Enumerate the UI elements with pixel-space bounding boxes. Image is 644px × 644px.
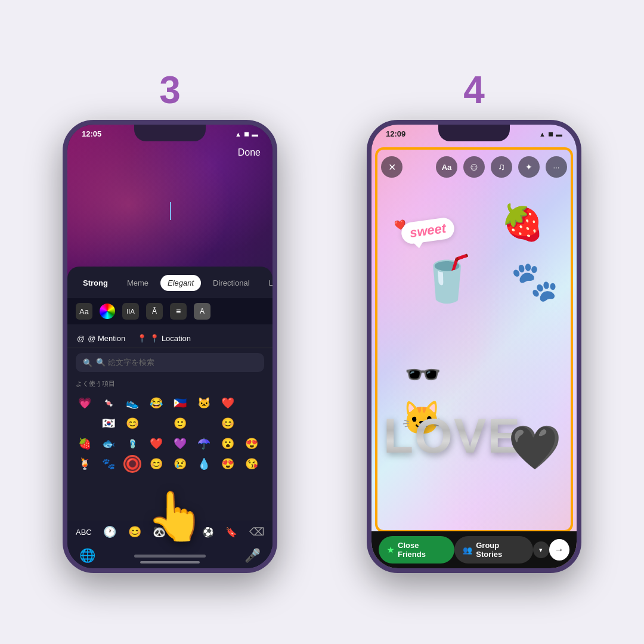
more-tool-button[interactable]: ··· (546, 156, 567, 178)
emoji-6[interactable]: 🐱 (195, 394, 213, 412)
drink-sticker[interactable]: 🥤 (419, 253, 475, 305)
arrow-icon: → (555, 544, 564, 555)
phone-4: 12:09 ▲ ◼ ▬ ✕ Aa ☺ ♫ ✦ ··· (367, 120, 581, 573)
emoji-29[interactable]: 💧 (195, 455, 213, 473)
paw-sticker[interactable]: 🐾 (510, 259, 559, 304)
emoji-7[interactable]: ❤️ (219, 394, 237, 412)
emoji-4[interactable]: 😂 (147, 394, 165, 412)
emoji-27[interactable]: 😊 (147, 455, 165, 473)
phone3-time: 12:05 (82, 129, 101, 138)
emoji-16[interactable] (243, 414, 261, 432)
phone3-status-bar: 12:05 ▲ ◼ ▬ (67, 129, 273, 138)
emoji-23[interactable]: 😮 (219, 435, 237, 453)
black-heart-sticker[interactable]: 🖤 (508, 422, 562, 473)
emoji-17[interactable]: 🍓 (76, 435, 94, 453)
toolbar-right: Aa ☺ ♫ ✦ ··· (436, 156, 567, 178)
emoji-26[interactable]: 🐾 (100, 455, 117, 473)
emoji-24[interactable]: 😍 (243, 435, 261, 453)
heart-glasses-sticker[interactable]: 🕶️ (404, 357, 441, 392)
color-picker-icon[interactable] (100, 304, 115, 319)
text-case-icon[interactable]: Ā (146, 303, 163, 320)
sweet-text: sweet (408, 221, 447, 240)
kb-flag-icon[interactable]: 🔖 (225, 527, 237, 538)
recently-used-label: よく使う項目 (67, 377, 273, 391)
emoji-1[interactable]: 💗 (76, 394, 94, 412)
keyboard-bottom: 🌐 🎤 (67, 543, 273, 568)
emoji-21[interactable]: 💜 (171, 435, 189, 453)
close-friends-label: Close Friends (398, 541, 446, 559)
emoji-5[interactable]: 🇵🇭 (171, 394, 189, 412)
emoji-30[interactable]: 😍 (219, 455, 237, 473)
expand-button[interactable]: ▾ (533, 541, 549, 558)
speech-tail (414, 242, 424, 249)
emoji-11[interactable]: 😊 (123, 414, 141, 432)
kb-delete-icon[interactable]: ⌫ (249, 525, 264, 538)
emoji-20[interactable]: ❤️ (147, 435, 165, 453)
next-button[interactable]: → (549, 539, 569, 561)
phone4-time: 12:09 (386, 129, 405, 138)
emoji-18[interactable]: 🐟 (100, 435, 117, 453)
wifi-icon: ▲ (235, 131, 242, 138)
emoji-10[interactable]: 🇰🇷 (100, 414, 117, 432)
kb-recent-icon[interactable]: 🕐 (103, 525, 116, 538)
text-style-icon[interactable]: IIA (122, 303, 139, 320)
hand-cursor-icon: 👆 (146, 488, 206, 544)
strawberry-sticker[interactable]: 🍓 (501, 202, 544, 243)
emoji-8[interactable] (243, 394, 261, 412)
search-icon: 🔍 (83, 358, 92, 367)
phone4-status-bar: 12:09 ▲ ◼ ▬ (371, 129, 577, 138)
kb-smiley-icon[interactable]: 😊 (128, 525, 141, 538)
text-tool-button[interactable]: Aa (436, 156, 457, 178)
effects-tool-button[interactable]: ✦ (518, 156, 540, 178)
emoji-tool-button[interactable]: ☺ (463, 156, 485, 178)
group-stories-button[interactable]: 👥 Group Stories (454, 536, 533, 564)
emoji-22[interactable]: ☂️ (195, 435, 213, 453)
done-button[interactable]: Done (238, 147, 261, 158)
emoji-3[interactable]: 👟 (123, 394, 141, 412)
emoji-circle-highlighted[interactable]: ⭕ (123, 455, 141, 473)
emoji-14[interactable] (195, 414, 213, 432)
font-tab-directional[interactable]: Directional (206, 275, 256, 291)
close-button[interactable]: ✕ (381, 156, 402, 178)
page-container: 3 12:05 ▲ ◼ ▬ Done (0, 0, 644, 644)
globe-icon[interactable]: 🌐 (79, 548, 95, 564)
emoji-13[interactable]: 🙂 (171, 414, 189, 432)
step-3: 3 12:05 ▲ ◼ ▬ Done (63, 71, 277, 573)
close-friends-button[interactable]: ★ Close Friends (379, 536, 454, 564)
people-icon: 👥 (463, 546, 472, 555)
step-4: 4 12:09 ▲ ◼ ▬ ✕ (367, 71, 581, 573)
music-tool-button[interactable]: ♫ (491, 156, 512, 178)
font-tab-strong[interactable]: Strong (76, 275, 115, 291)
emoji-19[interactable]: 🩴 (123, 435, 141, 453)
location-button[interactable]: 📍 📍 Location (137, 334, 191, 343)
emoji-2[interactable]: 🍬 (100, 394, 117, 412)
at-icon: @ (77, 334, 85, 343)
mention-button[interactable]: @ @ Mention (77, 334, 125, 343)
emoji-9[interactable] (76, 414, 94, 432)
kb-abc[interactable]: ABC (76, 528, 92, 537)
phone4-wifi-icon: ▲ (539, 131, 546, 138)
text-bg-icon[interactable]: A (194, 303, 210, 320)
emoji-12[interactable] (147, 414, 165, 432)
text-cursor (170, 202, 171, 220)
phone4-status-icons: ▲ ◼ ▬ (539, 130, 562, 138)
font-tab-meme[interactable]: Meme (120, 275, 156, 291)
mic-icon[interactable]: 🎤 (244, 548, 261, 564)
phone4-toolbar: ✕ Aa ☺ ♫ ✦ ··· (371, 151, 577, 182)
phone4-battery-icon: ▬ (556, 131, 562, 138)
emoji-31[interactable]: 😘 (243, 455, 261, 473)
emoji-15[interactable]: 😊 (219, 414, 237, 432)
emoji-28[interactable]: 😢 (171, 455, 189, 473)
font-tab-literal[interactable]: Litera (262, 275, 273, 291)
text-align-icon[interactable]: ≡ (170, 303, 187, 320)
font-tab-list: Strong Meme Elegant Directional Litera (67, 275, 273, 298)
emoji-25[interactable]: 🍹 (76, 455, 94, 473)
font-size-icon[interactable]: Aa (76, 303, 92, 320)
phone-3: 12:05 ▲ ◼ ▬ Done Strong Meme Elegant (63, 120, 277, 573)
sweet-sticker[interactable]: sweet ❤️ (400, 216, 456, 245)
emoji-search-bar[interactable]: 🔍 🔍 絵文字を検索 (76, 353, 264, 372)
font-tab-elegant[interactable]: Elegant (160, 275, 201, 291)
step-3-number: 3 (159, 71, 181, 109)
love-sticker[interactable]: LOVE (383, 408, 521, 464)
emoji-search-placeholder: 🔍 絵文字を検索 (96, 357, 154, 368)
